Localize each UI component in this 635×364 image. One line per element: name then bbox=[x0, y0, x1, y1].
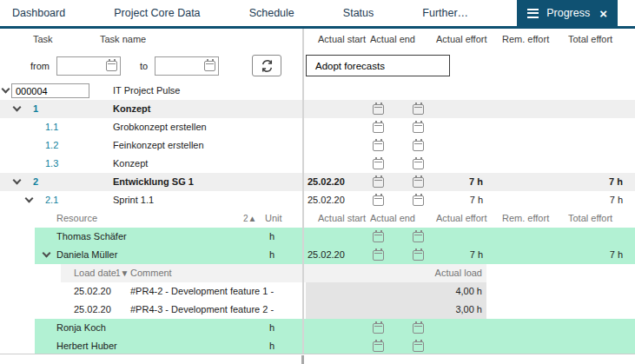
calendar-icon[interactable] bbox=[373, 122, 384, 133]
col-total-effort: Total effort bbox=[568, 29, 635, 50]
chevron-down-icon[interactable] bbox=[13, 176, 22, 185]
chevron-down-icon[interactable] bbox=[2, 85, 10, 94]
task-row[interactable]: 1 Konzept bbox=[0, 100, 635, 118]
tab-dashboard[interactable]: Dashboard bbox=[12, 0, 65, 26]
actual-effort-value: 7 h bbox=[426, 191, 483, 209]
resource-values bbox=[304, 337, 635, 355]
calendar-icon[interactable] bbox=[413, 341, 424, 352]
load-header-row: Load date 1▼ Comment Actual load bbox=[0, 264, 635, 282]
resource-name[interactable]: Herbert Huber bbox=[56, 337, 117, 355]
resource-name[interactable]: Thomas Schäfer bbox=[56, 228, 127, 246]
task-values bbox=[304, 136, 635, 155]
load-row[interactable]: 25.02.20 #PR4-2 - Development feature 1 … bbox=[0, 282, 635, 301]
task-values bbox=[304, 100, 635, 118]
calendar-icon[interactable] bbox=[373, 104, 384, 115]
actual-start-value: 25.02.20 bbox=[308, 246, 345, 264]
task-number-link[interactable]: 1 bbox=[33, 100, 38, 118]
task-name: Konzept bbox=[113, 155, 148, 173]
sort-ascending-icon[interactable]: 2▲ bbox=[243, 209, 256, 228]
calendar-icon[interactable] bbox=[413, 195, 424, 206]
to-date-input[interactable] bbox=[158, 61, 204, 71]
calendar-icon[interactable] bbox=[413, 141, 424, 151]
resource-row[interactable]: Ronja Koch h bbox=[0, 319, 635, 337]
tab-label: Status bbox=[343, 7, 374, 19]
tab-further[interactable]: Further… bbox=[422, 0, 468, 26]
col-resource[interactable]: Resource bbox=[56, 209, 97, 228]
from-label: from bbox=[30, 61, 50, 71]
resource-row[interactable]: Herbert Huber h bbox=[0, 337, 635, 355]
tab-progress[interactable]: Progress × bbox=[517, 0, 618, 26]
tab-project-core-data[interactable]: Project Core Data bbox=[114, 0, 200, 26]
calendar-icon[interactable] bbox=[413, 177, 424, 188]
tab-schedule[interactable]: Schedule bbox=[249, 0, 294, 26]
task-row[interactable]: 1.3 Konzept bbox=[0, 155, 635, 173]
calendar-icon[interactable] bbox=[373, 250, 384, 261]
resource-name[interactable]: Daniela Müller bbox=[56, 246, 117, 264]
task-row[interactable]: 1.2 Feinkonzept erstellen bbox=[0, 136, 635, 155]
tab-label: Schedule bbox=[249, 7, 294, 19]
col-load-date[interactable]: Load date bbox=[74, 264, 116, 282]
col-actual-effort: Actual effort bbox=[436, 29, 502, 50]
actual-load-value: 4,00 h bbox=[455, 282, 482, 301]
calendar-icon[interactable] bbox=[413, 159, 424, 169]
from-date-field[interactable] bbox=[56, 56, 121, 76]
resource-values: 25.02.20 7 h 7 h bbox=[304, 246, 635, 264]
total-effort-value: 7 h bbox=[547, 246, 635, 264]
calendar-icon[interactable] bbox=[373, 341, 384, 352]
task-row[interactable]: 2.1 Sprint 1.1 25.02.20 7 h 7 h bbox=[0, 191, 635, 209]
tab-status[interactable]: Status bbox=[343, 0, 374, 26]
date-filter-controls: from to bbox=[0, 55, 304, 76]
project-id-input[interactable] bbox=[11, 83, 89, 98]
close-icon[interactable]: × bbox=[599, 7, 607, 20]
calendar-icon[interactable] bbox=[106, 61, 117, 71]
tab-label: Progress bbox=[546, 7, 590, 19]
refresh-icon bbox=[260, 59, 275, 73]
calendar-icon[interactable] bbox=[413, 250, 424, 261]
horizontal-scrollbar[interactable] bbox=[0, 354, 635, 364]
task-name: Grobkonzept erstellen bbox=[113, 118, 207, 136]
resource-values bbox=[304, 319, 635, 337]
menu-icon[interactable] bbox=[527, 9, 539, 18]
task-name: Konzept bbox=[113, 100, 150, 118]
calendar-icon[interactable] bbox=[373, 232, 384, 242]
task-row[interactable]: 2 Entwicklung SG 1 25.02.20 7 h 7 h bbox=[0, 173, 635, 191]
calendar-icon[interactable] bbox=[373, 177, 384, 188]
col-rem-effort: Rem. effort bbox=[502, 29, 568, 50]
calendar-icon[interactable] bbox=[413, 232, 424, 242]
actual-load-value: 3,00 h bbox=[455, 301, 482, 319]
calendar-icon[interactable] bbox=[373, 323, 384, 334]
calendar-icon[interactable] bbox=[413, 323, 424, 334]
sort-descending-icon[interactable]: 1▼ bbox=[116, 264, 129, 282]
calendar-icon[interactable] bbox=[373, 141, 384, 151]
task-number-link[interactable]: 1.1 bbox=[45, 118, 58, 136]
resource-row[interactable]: Thomas Schäfer h bbox=[0, 228, 635, 246]
tab-label: Dashboard bbox=[12, 7, 65, 19]
pane-divider[interactable] bbox=[302, 29, 304, 354]
task-number-link[interactable]: 2.1 bbox=[45, 191, 58, 209]
task-number-link[interactable]: 1.3 bbox=[45, 155, 58, 173]
chevron-down-icon[interactable] bbox=[13, 103, 22, 112]
chevron-down-icon[interactable] bbox=[25, 195, 34, 203]
task-values bbox=[304, 118, 635, 136]
adopt-forecasts-button[interactable]: Adopt forecasts bbox=[306, 55, 450, 76]
refresh-button[interactable] bbox=[252, 55, 281, 76]
calendar-icon[interactable] bbox=[413, 122, 424, 133]
task-number-link[interactable]: 2 bbox=[33, 173, 38, 191]
load-date-value: 25.02.20 bbox=[74, 301, 111, 319]
total-effort-value: 7 h bbox=[547, 173, 635, 191]
task-number-link[interactable]: 1.2 bbox=[45, 136, 58, 155]
calendar-icon[interactable] bbox=[204, 61, 215, 71]
calendar-icon[interactable] bbox=[413, 104, 424, 115]
resource-header-columns: Actual start Actual end Actual effort Re… bbox=[304, 209, 635, 228]
resource-name[interactable]: Ronja Koch bbox=[56, 319, 106, 337]
project-row[interactable]: IT Project Pulse bbox=[0, 82, 635, 100]
to-date-field[interactable] bbox=[155, 56, 219, 76]
calendar-icon[interactable] bbox=[373, 159, 384, 169]
col-total-effort: Total effort bbox=[568, 209, 635, 228]
calendar-icon[interactable] bbox=[373, 195, 384, 206]
from-date-input[interactable] bbox=[60, 61, 106, 71]
task-row[interactable]: 1.1 Grobkonzept erstellen bbox=[0, 118, 635, 136]
unit-value: h bbox=[269, 246, 275, 264]
resource-row[interactable]: Daniela Müller h 25.02.20 7 h 7 h bbox=[0, 246, 635, 264]
load-row[interactable]: 25.02.20 #PR4-3 - Development feature 2 … bbox=[0, 301, 635, 319]
